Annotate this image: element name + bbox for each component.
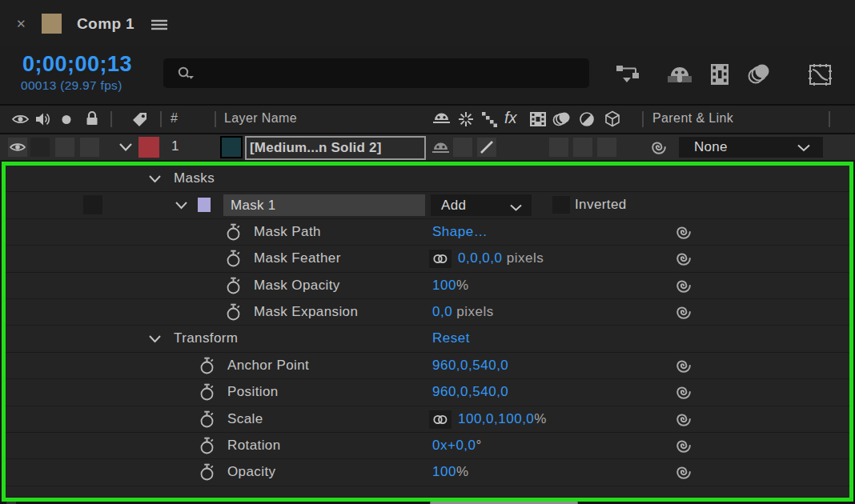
- property-value[interactable]: 100%: [432, 278, 469, 294]
- eye-icon[interactable]: [11, 112, 30, 126]
- stopwatch-icon[interactable]: [199, 382, 216, 402]
- close-icon[interactable]: ✕: [16, 17, 26, 31]
- solo-icon[interactable]: [62, 115, 71, 125]
- link-icon[interactable]: [429, 250, 452, 268]
- timecode-display[interactable]: 0;00;00;13: [22, 52, 132, 77]
- label-icon[interactable]: [130, 110, 151, 129]
- quality-cell[interactable]: [477, 138, 496, 157]
- reset-link[interactable]: Reset: [432, 330, 470, 346]
- pickwhip-icon[interactable]: [674, 410, 693, 429]
- pickwhip-icon[interactable]: [674, 356, 693, 375]
- property-row[interactable]: Anchor Point960,0,540,0: [6, 353, 849, 379]
- property-label[interactable]: Position: [227, 384, 279, 400]
- panel-menu-icon[interactable]: [151, 19, 168, 30]
- motion-blur-cell[interactable]: [573, 138, 592, 157]
- pickwhip-icon[interactable]: [674, 222, 693, 242]
- stopwatch-icon[interactable]: [199, 462, 216, 482]
- property-value[interactable]: 0x+0,0°: [432, 438, 482, 454]
- solo-cell[interactable]: [55, 138, 74, 157]
- pickwhip-icon[interactable]: [674, 436, 693, 455]
- property-row[interactable]: Mask Feather0,0,0,0 pixels: [6, 246, 849, 272]
- property-row[interactable]: Mask 1AddInverted: [6, 192, 849, 218]
- pickwhip-icon[interactable]: [674, 249, 693, 268]
- column-index[interactable]: #: [171, 111, 178, 126]
- video-cell[interactable]: [8, 138, 27, 157]
- property-label[interactable]: Opacity: [227, 464, 275, 480]
- group-expander-chevron-icon[interactable]: [148, 334, 162, 343]
- group-label[interactable]: Masks: [174, 170, 215, 186]
- property-label[interactable]: Anchor Point: [227, 358, 309, 374]
- 3d-cell[interactable]: [597, 138, 616, 157]
- property-row[interactable]: Masks: [6, 166, 849, 192]
- quality-icon[interactable]: [480, 110, 498, 128]
- property-value[interactable]: 100,0,100,0%: [458, 411, 547, 427]
- search-input[interactable]: [163, 58, 589, 88]
- property-row[interactable]: Position960,0,540,0: [6, 379, 849, 406]
- property-value[interactable]: Shape…: [432, 224, 488, 240]
- stopwatch-icon[interactable]: [225, 302, 243, 322]
- parent-pickwhip-icon[interactable]: [649, 138, 668, 157]
- mask-color-swatch[interactable]: [198, 198, 211, 212]
- stopwatch-icon[interactable]: [225, 249, 243, 268]
- stopwatch-icon[interactable]: [199, 410, 216, 429]
- column-layer-name[interactable]: Layer Name: [224, 111, 297, 126]
- layer-label-swatch[interactable]: [138, 137, 159, 158]
- stopwatch-icon[interactable]: [225, 276, 243, 295]
- layer-row[interactable]: 1 [Medium...n Solid 2] None: [0, 134, 855, 160]
- property-label[interactable]: Rotation: [227, 438, 281, 454]
- mask-expander-chevron-icon[interactable]: [175, 201, 188, 210]
- property-row[interactable]: Opacity100%: [6, 459, 849, 486]
- parent-dropdown[interactable]: None: [679, 137, 823, 158]
- property-value[interactable]: 960,0,540,0: [432, 358, 508, 374]
- property-value[interactable]: 960,0,540,0: [432, 384, 508, 400]
- property-value[interactable]: 0,0,0,0 pixels: [458, 250, 544, 266]
- pickwhip-icon[interactable]: [674, 462, 693, 482]
- frame-blend-col-icon[interactable]: [528, 110, 548, 128]
- layer-shy-icon[interactable]: [431, 140, 451, 158]
- cube-icon[interactable]: [603, 110, 622, 129]
- draft-3d-icon[interactable]: [664, 62, 695, 86]
- shy-icon[interactable]: [432, 110, 452, 128]
- collapse-icon[interactable]: [457, 110, 475, 128]
- property-label[interactable]: Scale: [227, 411, 263, 427]
- graph-editor-icon[interactable]: [807, 62, 834, 86]
- group-expander-chevron-icon[interactable]: [148, 174, 162, 183]
- motion-blur-icon[interactable]: [746, 62, 777, 86]
- column-parent-link[interactable]: Parent & Link: [652, 111, 733, 126]
- property-label[interactable]: Mask Opacity: [254, 278, 340, 294]
- collapse-cell[interactable]: [453, 138, 472, 157]
- tab-title[interactable]: Comp 1: [77, 15, 134, 33]
- search-icon[interactable]: [176, 65, 197, 82]
- frame-blend-cell[interactable]: [549, 138, 568, 157]
- group-label[interactable]: Transform: [174, 330, 238, 346]
- mask-mode-dropdown[interactable]: Add: [431, 194, 532, 216]
- property-label[interactable]: Mask Feather: [254, 250, 341, 266]
- layer-solid-swatch[interactable]: [220, 136, 243, 158]
- property-value[interactable]: 0,0 pixels: [432, 304, 494, 320]
- property-row[interactable]: Mask PathShape…: [6, 219, 849, 246]
- stopwatch-icon[interactable]: [199, 436, 216, 455]
- lock-icon[interactable]: [84, 110, 100, 127]
- pickwhip-icon[interactable]: [674, 382, 693, 402]
- layer-expander-chevron-icon[interactable]: [118, 142, 133, 152]
- layer-name[interactable]: [Medium...n Solid 2]: [245, 136, 426, 160]
- property-row[interactable]: TransformReset: [6, 326, 849, 352]
- property-row[interactable]: Rotation0x+0,0°: [6, 433, 849, 459]
- audio-icon[interactable]: [34, 111, 52, 127]
- audio-cell[interactable]: [30, 138, 50, 157]
- lock-cell[interactable]: [80, 138, 99, 157]
- mask-cell[interactable]: [83, 195, 102, 214]
- link-icon[interactable]: [429, 410, 452, 429]
- property-row[interactable]: Mask Opacity100%: [6, 273, 849, 299]
- mini-flowchart-icon[interactable]: [615, 62, 645, 86]
- property-value[interactable]: 100%: [432, 464, 469, 480]
- adjustment-layer-icon[interactable]: [578, 110, 596, 128]
- property-label[interactable]: Mask Expansion: [254, 304, 358, 320]
- stopwatch-icon[interactable]: [199, 356, 216, 375]
- pickwhip-icon[interactable]: [674, 276, 693, 295]
- property-row[interactable]: Scale100,0,100,0%: [6, 406, 849, 433]
- motion-blur-col-icon[interactable]: [552, 110, 573, 128]
- frame-blend-icon[interactable]: [708, 62, 733, 86]
- inverted-checkbox[interactable]: [552, 196, 570, 214]
- fx-icon[interactable]: fx: [504, 109, 517, 127]
